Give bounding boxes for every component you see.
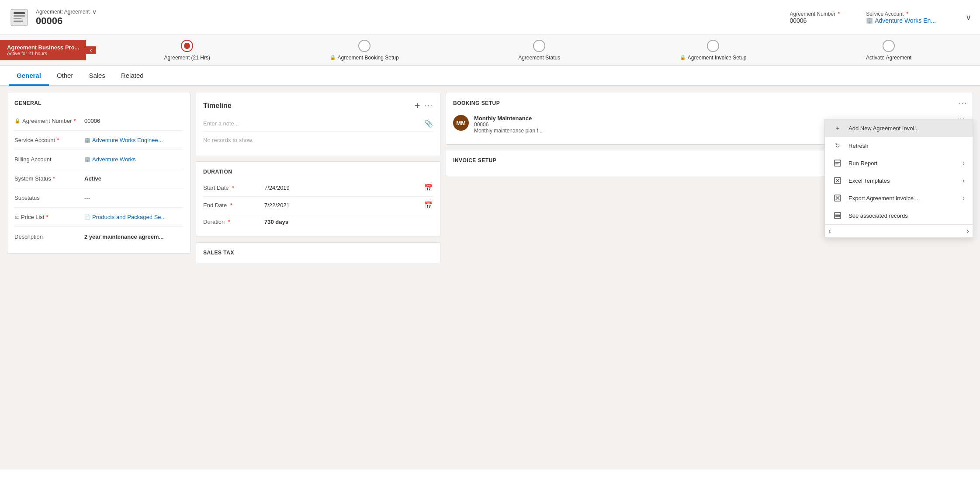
export-invoice-icon: [833, 195, 842, 202]
field-row-system-status: System Status * Active: [14, 169, 183, 188]
required-service-account: *: [57, 137, 59, 143]
stage-label-activate: Activate Agreement: [866, 55, 911, 61]
stage-circle-agreement: [181, 40, 193, 52]
header-fields: Agreement Number * 00006 Service Account…: [790, 11, 971, 24]
context-menu-add-invoice[interactable]: + Add New Agreement Invoi...: [825, 119, 973, 137]
field-label-substatus: Substatus: [14, 195, 84, 201]
context-menu-refresh[interactable]: ↻ Refresh: [825, 137, 973, 154]
record-id: 00006: [36, 15, 97, 27]
stage-item-status[interactable]: Agreement Status: [518, 40, 560, 61]
doc-icon-price-list: 📄: [84, 214, 90, 220]
add-invoice-icon: +: [833, 125, 842, 132]
duration-row-start-date: Start Date * 7/24/2019 📅: [203, 179, 433, 197]
paperclip-icon[interactable]: 📎: [424, 119, 433, 128]
stage-collapse-button[interactable]: ‹: [86, 46, 95, 54]
timeline-placeholder[interactable]: Enter a note...: [203, 120, 239, 127]
scroll-right-button[interactable]: ›: [966, 226, 969, 236]
field-row-substatus: Substatus ---: [14, 188, 183, 208]
svg-rect-6: [835, 162, 840, 163]
tab-other[interactable]: Other: [49, 66, 81, 86]
calendar-icon-end[interactable]: 📅: [424, 201, 433, 209]
context-menu-scrollbar: ‹ ›: [825, 224, 973, 237]
timeline-more-button[interactable]: ···: [425, 100, 433, 111]
tag-icon-price-list: 🏷: [14, 215, 19, 220]
associated-records-icon: [833, 212, 842, 219]
svg-rect-0: [11, 9, 28, 26]
tab-general[interactable]: General: [9, 66, 49, 86]
context-menu-run-report[interactable]: Run Report ›: [825, 154, 973, 172]
duration-label-end: End Date *: [203, 202, 264, 209]
duration-value-days: 730 days: [264, 219, 433, 225]
service-account-label: Service Account *: [866, 11, 936, 17]
tab-sales[interactable]: Sales: [81, 66, 113, 86]
field-row-billing-account: Billing Account 🏢 Adventure Works: [14, 150, 183, 169]
timeline-header: Timeline + ···: [203, 100, 433, 111]
right-column: BOOKING SETUP ··· MM Monthly Maintenance…: [446, 93, 973, 463]
context-menu-export-invoice[interactable]: Export Agreement Invoice ... ›: [825, 189, 973, 207]
header-chevron-btn[interactable]: ∨: [962, 13, 971, 22]
duration-value-start: 7/24/2019: [264, 184, 424, 191]
svg-rect-1: [14, 12, 25, 14]
calendar-icon-start[interactable]: 📅: [424, 184, 433, 192]
context-menu-excel-templates[interactable]: Excel Templates ›: [825, 172, 973, 189]
svg-rect-11: [835, 214, 840, 215]
sales-tax-title: SALES TAX: [203, 250, 433, 256]
tab-related[interactable]: Related: [113, 66, 152, 86]
agreement-number-label: Agreement Number *: [790, 11, 840, 17]
timeline-empty-message: No records to show.: [203, 132, 433, 149]
stage-label-agreement: Agreement (21 Hrs): [164, 55, 210, 61]
booking-setup-menu-button[interactable]: ···: [958, 98, 967, 108]
stage-item-invoice-setup[interactable]: 🔒 Agreement Invoice Setup: [680, 40, 747, 61]
field-value-price-list[interactable]: 📄 Products and Packaged Se...: [84, 214, 166, 220]
stage-active-label: Agreement Business Pro... Active for 21 …: [0, 40, 86, 60]
service-account-required: *: [906, 11, 908, 17]
service-account-field: Service Account * 🏢 Adventure Works En..…: [866, 11, 936, 24]
agreement-number-required: *: [838, 11, 840, 17]
run-report-icon: [833, 160, 842, 167]
field-row-price-list: 🏷 Price List * 📄 Products and Packaged S…: [14, 208, 183, 227]
svg-rect-12: [835, 215, 840, 216]
svg-rect-7: [835, 163, 838, 164]
stage-circle-status: [533, 40, 545, 52]
stage-item-activate[interactable]: Activate Agreement: [866, 40, 911, 61]
duration-row-days: Duration * 730 days: [203, 214, 433, 230]
stage-label-invoice-setup: 🔒 Agreement Invoice Setup: [680, 55, 747, 61]
excel-icon: [833, 177, 842, 184]
scroll-left-button[interactable]: ‹: [828, 226, 831, 236]
duration-card: DURATION Start Date * 7/24/2019 📅 End Da…: [196, 161, 440, 237]
service-account-value[interactable]: 🏢 Adventure Works En...: [866, 17, 936, 24]
booking-setup-title: BOOKING SETUP: [453, 100, 966, 106]
field-value-agreement-number: 00006: [84, 118, 100, 124]
field-label-billing-account: Billing Account: [14, 156, 84, 163]
stage-item-agreement[interactable]: Agreement (21 Hrs): [164, 40, 210, 61]
field-value-service-account[interactable]: 🏢 Adventure Works Enginee...: [84, 137, 163, 143]
general-card-title: GENERAL: [14, 100, 183, 106]
timeline-actions: + ···: [415, 100, 433, 111]
main-content: GENERAL 🔒 Agreement Number * 00006 Servi…: [0, 86, 980, 470]
booking-avatar: MM: [453, 115, 469, 131]
stage-label-booking-setup: 🔒 Agreement Booking Setup: [330, 55, 399, 61]
field-label-system-status: System Status *: [14, 175, 84, 182]
stage-bar: Agreement Business Pro... Active for 21 …: [0, 35, 980, 66]
duration-label-start: Start Date *: [203, 184, 264, 191]
field-label-description: Description: [14, 233, 84, 240]
field-value-substatus: ---: [84, 195, 90, 201]
context-menu-see-associated[interactable]: See associated records: [825, 207, 973, 224]
agreement-number-value: 00006: [790, 17, 840, 24]
svg-rect-3: [14, 18, 21, 19]
svg-rect-5: [835, 160, 841, 166]
required-system-status: *: [53, 175, 55, 182]
stage-circle-booking-setup: [358, 40, 371, 52]
field-value-billing-account[interactable]: 🏢 Adventure Works: [84, 156, 135, 163]
timeline-add-button[interactable]: +: [415, 100, 420, 111]
timeline-note-area: Enter a note... 📎: [203, 116, 433, 132]
stage-circle-invoice-setup: [707, 40, 719, 52]
field-label-price-list: 🏷 Price List *: [14, 214, 84, 220]
left-column: GENERAL 🔒 Agreement Number * 00006 Servi…: [7, 93, 190, 463]
record-type-chevron[interactable]: ∨: [92, 8, 97, 15]
stage-circle-activate: [883, 40, 895, 52]
general-card: GENERAL 🔒 Agreement Number * 00006 Servi…: [7, 93, 190, 254]
export-invoice-arrow: ›: [963, 195, 965, 202]
stage-item-booking-setup[interactable]: 🔒 Agreement Booking Setup: [330, 40, 399, 61]
sales-tax-card: SALES TAX: [196, 242, 440, 263]
